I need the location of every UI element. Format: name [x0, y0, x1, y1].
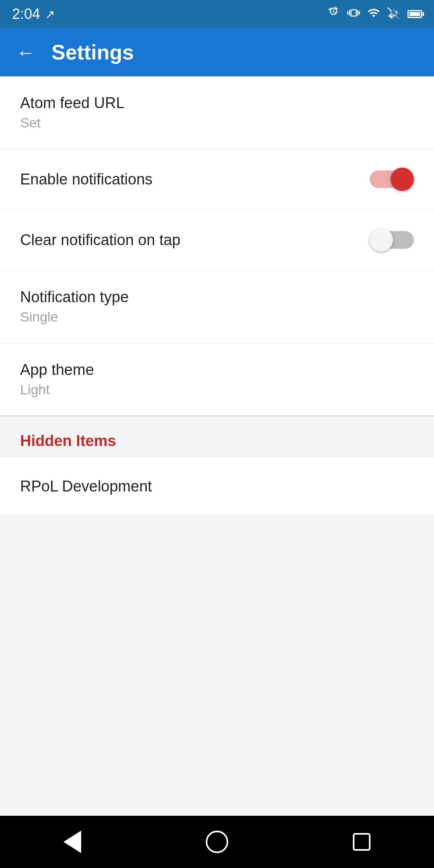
app-bar: ← Settings: [0, 28, 434, 76]
nav-home-button[interactable]: [197, 826, 237, 858]
hidden-items-label: Hidden Items: [20, 432, 116, 449]
status-bar: 2:04 ↗: [0, 0, 434, 28]
nav-bar: [0, 816, 434, 868]
status-bar-left: 2:04 ↗: [12, 6, 55, 23]
alarm-icon: [327, 6, 340, 22]
status-time: 2:04: [12, 6, 40, 23]
signal-icon: [387, 6, 400, 22]
app-theme-item[interactable]: App theme Light: [0, 343, 434, 416]
toggle-thumb-off: [370, 228, 393, 252]
status-icons-right: [327, 6, 422, 22]
atom-feed-url-item[interactable]: Atom feed URL Set: [0, 76, 434, 149]
atom-feed-url-label: Atom feed URL: [20, 94, 125, 112]
enable-notifications-toggle[interactable]: [370, 167, 414, 191]
toggle-thumb-on: [391, 168, 414, 191]
page-title: Settings: [51, 40, 134, 64]
back-button[interactable]: ←: [16, 41, 35, 63]
nav-home-icon: [206, 831, 228, 853]
rpol-development-item[interactable]: RPoL Development: [0, 458, 434, 515]
nav-recents-button[interactable]: [342, 826, 382, 858]
app-theme-label: App theme: [20, 361, 94, 379]
nav-back-icon: [63, 831, 81, 853]
clear-notification-toggle[interactable]: [370, 228, 414, 252]
notification-type-item[interactable]: Notification type Single: [0, 270, 434, 343]
hidden-items-section: Hidden Items: [0, 416, 434, 458]
notification-type-value: Single: [20, 309, 129, 325]
nav-recents-icon: [353, 833, 371, 851]
rpol-development-label: RPoL Development: [20, 478, 152, 495]
nav-back-button[interactable]: [52, 826, 92, 858]
app-theme-value: Light: [20, 382, 94, 397]
location-icon: ↗: [45, 7, 55, 21]
settings-content: Atom feed URL Set Enable notifications C…: [0, 76, 434, 816]
atom-feed-url-value: Set: [20, 115, 125, 131]
vibrate-icon: [347, 6, 360, 22]
enable-notifications-item[interactable]: Enable notifications: [0, 149, 434, 210]
wifi-icon: [367, 6, 380, 22]
clear-notification-item[interactable]: Clear notification on tap: [0, 210, 434, 270]
enable-notifications-label: Enable notifications: [20, 171, 153, 188]
clear-notification-label: Clear notification on tap: [20, 231, 180, 249]
battery-icon: [407, 10, 422, 18]
notification-type-label: Notification type: [20, 289, 129, 306]
